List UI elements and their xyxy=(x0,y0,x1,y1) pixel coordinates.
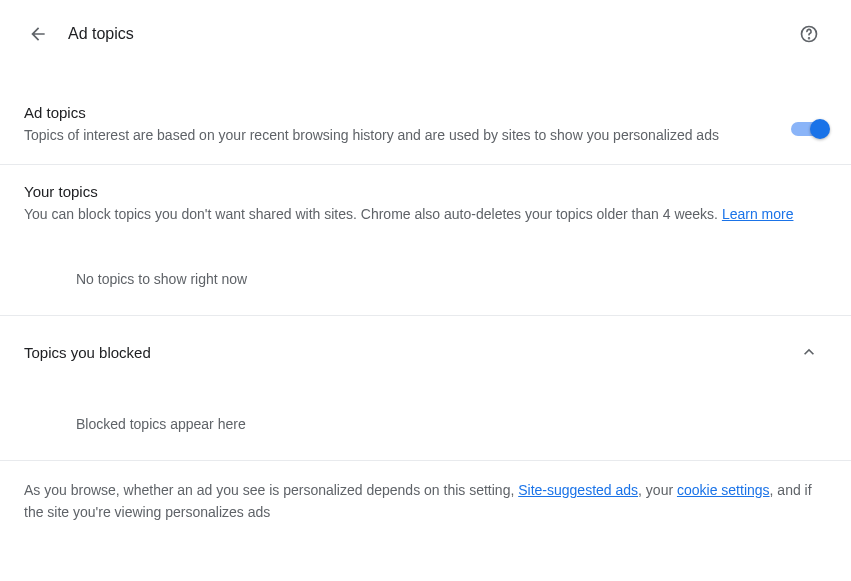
ad-topics-title: Ad topics xyxy=(24,104,751,121)
blocked-topics-header[interactable]: Topics you blocked xyxy=(0,316,851,388)
page-header: Ad topics xyxy=(0,0,851,68)
back-arrow-icon xyxy=(28,24,48,44)
chevron-up-icon xyxy=(799,342,819,362)
ad-topics-section: Ad topics Topics of interest are based o… xyxy=(0,68,851,165)
your-topics-desc: You can block topics you don't want shar… xyxy=(24,204,827,225)
expand-button[interactable] xyxy=(791,334,827,370)
your-topics-section: Your topics You can block topics you don… xyxy=(0,165,851,243)
ad-topics-toggle[interactable] xyxy=(791,122,827,136)
blocked-topics-empty: Blocked topics appear here xyxy=(0,388,851,461)
cookie-settings-link[interactable]: cookie settings xyxy=(677,482,770,498)
page-title: Ad topics xyxy=(68,25,134,43)
footer-text-2: , your xyxy=(638,482,677,498)
help-button[interactable] xyxy=(791,16,827,52)
svg-point-1 xyxy=(809,38,810,39)
settings-page: Ad topics Ad topics Topics of interest a… xyxy=(0,0,851,542)
your-topics-desc-text: You can block topics you don't want shar… xyxy=(24,206,722,222)
blocked-topics-title: Topics you blocked xyxy=(24,344,151,361)
learn-more-link[interactable]: Learn more xyxy=(722,206,794,222)
footer-text-1: As you browse, whether an ad you see is … xyxy=(24,482,518,498)
site-suggested-ads-link[interactable]: Site-suggested ads xyxy=(518,482,638,498)
back-button[interactable] xyxy=(20,16,56,52)
help-icon xyxy=(799,24,819,44)
your-topics-empty: No topics to show right now xyxy=(0,243,851,316)
ad-topics-desc: Topics of interest are based on your rec… xyxy=(24,125,751,146)
footer-note: As you browse, whether an ad you see is … xyxy=(0,461,851,542)
your-topics-title: Your topics xyxy=(24,183,827,200)
toggle-knob xyxy=(810,119,830,139)
